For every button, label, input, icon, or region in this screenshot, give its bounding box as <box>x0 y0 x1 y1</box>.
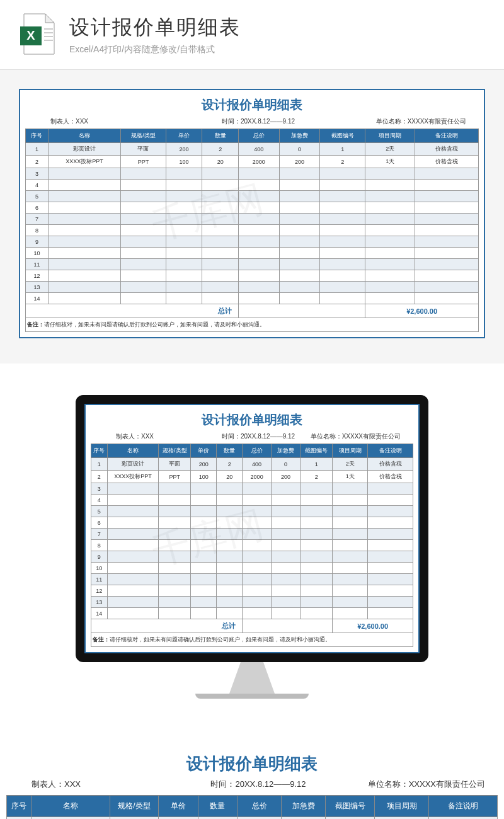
cell-period <box>333 574 368 585</box>
cell-period <box>333 608 368 619</box>
cell-imgno <box>320 282 365 293</box>
cell-seq: 10 <box>91 563 108 574</box>
monitor-screen: 设计报价单明细表制表人：XXX时间：20XX.8.12——9.12单位名称：XX… <box>76 395 428 662</box>
cell-period <box>365 270 415 282</box>
cell-price: 100 <box>191 471 217 483</box>
cell-rush <box>272 506 301 517</box>
cell-total <box>238 191 279 202</box>
cell-qty <box>202 282 239 293</box>
cell-spec <box>120 225 166 236</box>
cell-qty <box>217 608 243 619</box>
cell-period <box>333 540 368 551</box>
cell-qty <box>217 585 243 597</box>
cell-qty <box>217 517 243 529</box>
cell-price <box>191 608 217 619</box>
cell-seq: 1 <box>7 817 32 820</box>
cell-period: 2天 <box>365 143 415 156</box>
cell-period <box>333 585 368 597</box>
column-header: 名称 <box>48 129 120 143</box>
column-header: 截图编号 <box>301 444 333 458</box>
cell-period <box>333 483 368 495</box>
cell-spec <box>159 608 191 619</box>
cell-rush <box>279 225 320 236</box>
cell-total: 400 <box>238 143 279 156</box>
cell-rush <box>272 483 301 495</box>
cell-qty: 20 <box>217 471 243 483</box>
cell-rush: 0 <box>272 458 301 471</box>
cell-imgno <box>301 540 333 551</box>
cell-remark <box>368 495 413 506</box>
cell-name <box>107 529 159 540</box>
cell-remark: 价格含税 <box>428 817 497 820</box>
cell-remark <box>415 180 479 191</box>
cell-price: 200 <box>166 143 202 156</box>
table-row: 14 <box>91 608 413 619</box>
cell-spec: PPT <box>120 156 166 168</box>
cell-total <box>238 282 279 293</box>
cell-name: XXXX投标PPT <box>48 156 120 168</box>
cell-rush <box>279 191 320 202</box>
cell-spec <box>120 236 166 248</box>
cell-spec <box>120 214 166 225</box>
meta-time: 时间：20XX.8.12——9.12 <box>189 117 328 126</box>
cell-price <box>191 483 217 495</box>
table-row: 1彩页设计平面2002400012天价格含税 <box>7 817 498 820</box>
cell-imgno <box>301 563 333 574</box>
table-row: 10 <box>26 248 479 259</box>
cell-seq: 4 <box>26 180 49 191</box>
cell-name <box>107 563 159 574</box>
cell-name: XXXX投标PPT <box>107 471 159 483</box>
column-header: 序号 <box>91 444 108 458</box>
monitor-stand <box>224 662 280 694</box>
cell-seq: 14 <box>91 608 108 619</box>
cell-qty: 20 <box>202 156 239 168</box>
cell-rush: 0 <box>279 143 320 156</box>
cell-period <box>333 529 368 540</box>
cell-remark <box>368 529 413 540</box>
cell-period <box>365 180 415 191</box>
cell-total <box>238 259 279 270</box>
cell-total <box>238 214 279 225</box>
cell-remark <box>368 483 413 495</box>
cell-qty <box>217 529 243 540</box>
table-row: 12 <box>26 270 479 282</box>
cell-name <box>107 495 159 506</box>
cell-remark <box>368 574 413 585</box>
cell-seq: 10 <box>26 248 49 259</box>
cell-name <box>48 168 120 180</box>
cell-qty <box>202 168 239 180</box>
cell-period <box>333 495 368 506</box>
cell-imgno <box>301 529 333 540</box>
cell-spec <box>159 517 191 529</box>
cell-rush <box>279 282 320 293</box>
table-row: 5 <box>91 506 413 517</box>
cell-seq: 2 <box>91 471 108 483</box>
cell-qty <box>202 236 239 248</box>
cell-remark <box>415 202 479 214</box>
cell-total: 2000 <box>238 156 279 168</box>
cell-seq: 5 <box>91 506 108 517</box>
total-label: 总计 <box>26 304 239 318</box>
cell-rush: 0 <box>282 817 326 820</box>
cell-spec: PPT <box>159 471 191 483</box>
cell-name <box>48 225 120 236</box>
excel-icon: X <box>19 13 57 57</box>
meta-author: 制表人：XXX <box>25 117 189 126</box>
table-row: 1彩页设计平面2002400012天价格含税 <box>26 143 479 156</box>
table-row: 3 <box>26 168 479 180</box>
cell-price <box>166 236 202 248</box>
cell-rush <box>279 180 320 191</box>
cell-price <box>191 551 217 563</box>
cell-imgno: 2 <box>301 471 333 483</box>
cell-qty: 2 <box>217 458 243 471</box>
cell-qty <box>217 495 243 506</box>
column-header: 加急费 <box>282 796 326 817</box>
cell-imgno <box>320 248 365 259</box>
cell-remark <box>415 248 479 259</box>
cell-period: 2天 <box>333 458 368 471</box>
cell-name <box>48 259 120 270</box>
cell-name <box>48 270 120 282</box>
cell-price <box>191 495 217 506</box>
cell-imgno <box>320 202 365 214</box>
cell-period <box>365 225 415 236</box>
